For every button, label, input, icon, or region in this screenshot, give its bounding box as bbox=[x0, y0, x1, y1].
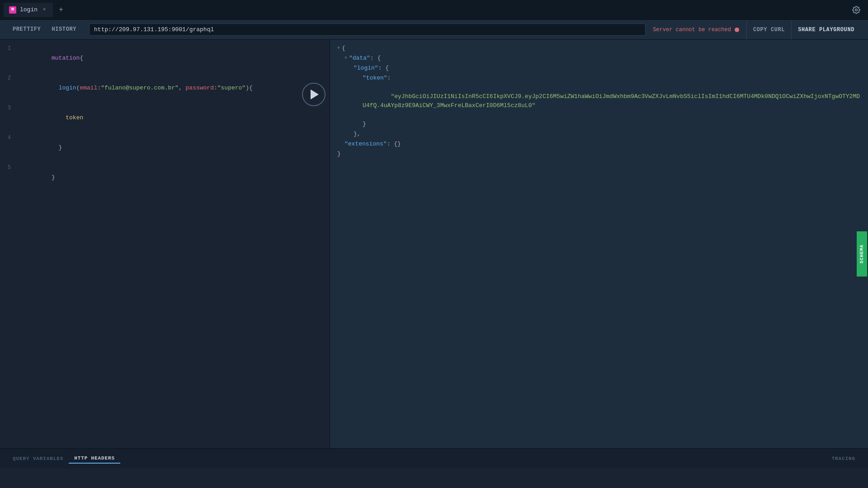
code-line-5: 5 } bbox=[0, 163, 330, 192]
response-line-3: "login": { bbox=[337, 63, 861, 73]
schema-button[interactable]: SCHEMA bbox=[857, 231, 867, 277]
toolbar: PRETTIFY HISTORY Server cannot be reache… bbox=[0, 20, 868, 40]
query-variables-tab[interactable]: QUERY VARIABLES bbox=[7, 454, 69, 463]
tracing-button[interactable]: TRACING bbox=[826, 454, 861, 463]
main-area: 1 mutation{ 2 login(email:"fulano@supero… bbox=[0, 40, 868, 468]
response-line-8: "extensions": {} bbox=[337, 139, 861, 149]
line-content-3: token bbox=[16, 103, 330, 133]
server-status-text: Server cannot be reached bbox=[653, 27, 731, 33]
code-area[interactable]: 1 mutation{ 2 login(email:"fulano@supero… bbox=[0, 40, 330, 468]
schema-sidebar[interactable]: SCHEMA bbox=[855, 40, 868, 468]
line-number-4: 4 bbox=[0, 133, 16, 143]
status-dot bbox=[735, 28, 739, 32]
response-content: ▼ { ▼ "data": { "login": { "token": "eyJ… bbox=[330, 40, 868, 163]
response-line-7: }, bbox=[337, 129, 861, 139]
collapse-arrow-data[interactable]: ▼ bbox=[344, 53, 347, 63]
bottom-bar: QUERY VARIABLES HTTP HEADERS TRACING bbox=[0, 448, 868, 468]
tab-icon: M bbox=[9, 6, 16, 14]
run-button[interactable] bbox=[302, 83, 326, 106]
editor-pane[interactable]: 1 mutation{ 2 login(email:"fulano@supero… bbox=[0, 40, 330, 468]
tab-label: login bbox=[20, 6, 38, 13]
login-tab[interactable]: M login × bbox=[4, 3, 53, 17]
copy-curl-button[interactable]: COPY CURL bbox=[746, 20, 792, 39]
collapse-arrow[interactable]: ▼ bbox=[337, 43, 340, 53]
line-number-2: 2 bbox=[0, 73, 16, 83]
response-line-9: } bbox=[337, 149, 861, 159]
response-token-line: "eyJhbGciOiJIUzI1NiIsInR5cCI6IkpXVCJ9.ey… bbox=[337, 83, 861, 119]
tab-close-button[interactable]: × bbox=[41, 7, 47, 13]
line-number-3: 3 bbox=[0, 103, 16, 113]
response-pane: ▼ { ▼ "data": { "login": { "token": "eyJ… bbox=[330, 40, 868, 468]
code-line-2: 2 login(email:"fulano@supero.com.br", pa… bbox=[0, 73, 330, 103]
code-line-3: 3 token bbox=[0, 103, 330, 133]
line-number-5: 5 bbox=[0, 163, 16, 173]
settings-button[interactable] bbox=[850, 4, 863, 16]
url-input[interactable] bbox=[89, 23, 646, 36]
http-headers-tab[interactable]: HTTP HEADERS bbox=[69, 454, 120, 464]
code-line-4: 4 } bbox=[0, 133, 330, 163]
history-button[interactable]: HISTORY bbox=[46, 20, 82, 39]
play-icon bbox=[311, 89, 319, 99]
line-content-2: login(email:"fulano@supero.com.br", pass… bbox=[16, 73, 330, 103]
server-status: Server cannot be reached bbox=[653, 27, 739, 33]
line-content-4: } bbox=[16, 133, 330, 163]
line-content-5: } bbox=[16, 163, 330, 192]
new-tab-button[interactable]: + bbox=[55, 4, 67, 16]
svg-point-0 bbox=[855, 9, 858, 11]
response-line-4: "token": bbox=[337, 73, 861, 83]
line-content-1: mutation{ bbox=[16, 43, 330, 73]
response-line-6: } bbox=[337, 119, 861, 129]
response-line-1: ▼ { bbox=[337, 43, 861, 53]
code-line-1: 1 mutation{ bbox=[0, 43, 330, 73]
share-playground-button[interactable]: SHARE PLAYGROUND bbox=[792, 20, 861, 39]
line-number-1: 1 bbox=[0, 43, 16, 53]
tab-bar: M login × + bbox=[0, 0, 868, 20]
prettify-button[interactable]: PRETTIFY bbox=[7, 20, 46, 39]
response-line-2: ▼ "data": { bbox=[337, 53, 861, 63]
